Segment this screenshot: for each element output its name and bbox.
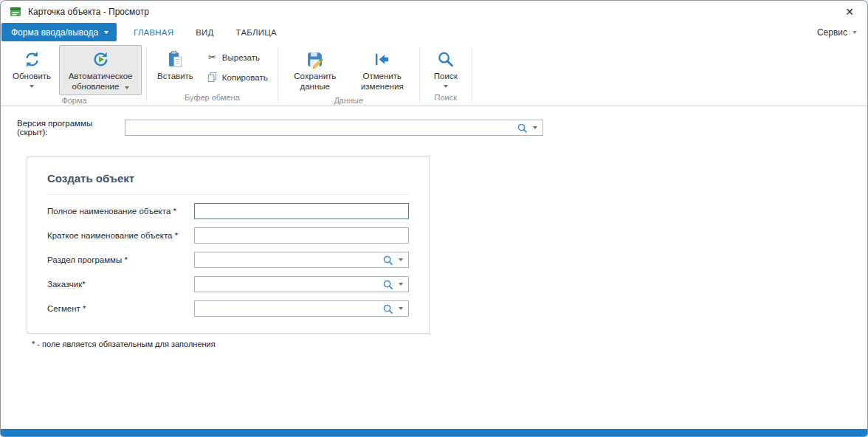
create-object-groupbox: Создать объект Полное наименование объек…: [27, 156, 430, 334]
undo-icon: [373, 49, 392, 69]
app-menu-button[interactable]: Форма ввода/вывода: [1, 23, 117, 41]
search-label: Поиск: [434, 72, 458, 82]
app-menu-label: Форма ввода/вывода: [11, 27, 98, 38]
search-icon[interactable]: [382, 279, 393, 290]
save-data-label: Сохранить данные: [289, 72, 342, 92]
program-section-label: Раздел программы *: [47, 255, 194, 264]
version-lookup-field: [125, 120, 543, 136]
version-field-row: Версия программы (скрыт):: [17, 119, 867, 137]
auto-refresh-button[interactable]: Автоматическое обновление: [59, 45, 142, 95]
ribbon-separator: [472, 47, 472, 101]
chevron-down-icon: [125, 86, 129, 89]
short-name-input[interactable]: [195, 228, 408, 243]
bottom-accent-bar: [1, 429, 867, 436]
ribbon-tab-row: Форма ввода/вывода ГЛАВНАЯ ВИД ТАБЛИЦА С…: [1, 22, 867, 42]
refresh-label: Обновить: [13, 72, 51, 82]
segment-input[interactable]: [195, 301, 382, 316]
full-name-input[interactable]: [195, 204, 408, 218]
field-row-program-section: Раздел программы *: [47, 252, 409, 268]
field-row-segment: Сегмент *: [47, 300, 409, 317]
title-bar: Карточка объекта - Просмотр ✕: [1, 1, 867, 22]
ribbon: Обновить Автоматическое обновление: [1, 42, 867, 106]
form-content: Версия программы (скрыт): Создать объект…: [1, 106, 867, 348]
version-input[interactable]: [125, 120, 517, 135]
segment-label: Сегмент *: [47, 304, 194, 313]
short-name-field: [194, 227, 409, 244]
groupbox-title: Создать объект: [47, 172, 409, 195]
group-caption-search: Поиск: [421, 92, 471, 106]
ribbon-group-search: Поиск Поиск: [421, 44, 471, 106]
tab-table[interactable]: ТАБЛИЦА: [225, 22, 288, 42]
undo-changes-button[interactable]: Отменить изменения: [350, 45, 415, 95]
paste-icon: [165, 49, 185, 69]
ribbon-separator: [419, 47, 420, 101]
group-caption-form: Форма: [3, 95, 145, 109]
auto-refresh-icon: [91, 49, 110, 69]
program-section-field: [194, 252, 409, 268]
copy-label: Копировать: [222, 73, 268, 82]
service-menu[interactable]: Сервис: [817, 27, 857, 38]
segment-field: [194, 300, 409, 317]
full-name-field: [194, 203, 409, 219]
chevron-down-icon: [444, 85, 448, 88]
window-title: Карточка объекта - Просмотр: [28, 7, 149, 17]
chevron-down-icon: [852, 31, 857, 34]
search-icon: [436, 49, 455, 69]
search-icon[interactable]: [517, 123, 528, 134]
service-label: Сервис: [817, 27, 847, 38]
cut-button[interactable]: ✂ Вырезать: [202, 50, 273, 64]
object-card-window: Карточка объекта - Просмотр ✕ Форма ввод…: [0, 0, 868, 437]
search-button[interactable]: Поиск: [424, 45, 467, 91]
app-icon: [10, 6, 21, 18]
field-row-full-name: Полное наименование объекта *: [47, 203, 409, 219]
customer-input[interactable]: [195, 277, 382, 292]
ribbon-group-form: Обновить Автоматическое обновление: [3, 44, 145, 106]
ribbon-separator: [146, 47, 147, 101]
search-icon[interactable]: [382, 303, 393, 314]
customer-label: Заказчик*: [47, 280, 194, 289]
field-row-short-name: Краткое наименование объекта *: [47, 227, 409, 244]
chevron-down-icon[interactable]: [396, 252, 408, 267]
group-caption-clipboard: Буфер обмена: [148, 92, 277, 106]
copy-button[interactable]: Копировать: [202, 70, 273, 84]
scissors-icon: ✂: [207, 52, 218, 63]
cut-label: Вырезать: [222, 53, 260, 62]
version-label: Версия программы (скрыт):: [17, 119, 125, 137]
paste-label: Вставить: [157, 72, 193, 82]
short-name-label: Краткое наименование объекта *: [47, 231, 194, 240]
undo-changes-label: Отменить изменения: [356, 72, 409, 92]
ribbon-group-clipboard: Вставить ✂ Вырезать Коп: [148, 44, 277, 106]
tab-main[interactable]: ГЛАВНАЯ: [123, 22, 185, 42]
paste-button[interactable]: Вставить: [151, 45, 199, 85]
save-data-button[interactable]: Сохранить данные: [283, 45, 348, 95]
required-fields-note: * - поле является обязательным для запол…: [32, 340, 867, 348]
program-section-input[interactable]: [195, 252, 382, 267]
copy-icon: [207, 72, 218, 83]
customer-field: [194, 276, 409, 292]
tab-view[interactable]: ВИД: [185, 22, 224, 42]
auto-refresh-label: Автоматическое обновление: [69, 72, 133, 91]
ribbon-separator: [278, 47, 278, 101]
close-icon[interactable]: ✕: [842, 4, 857, 19]
search-icon[interactable]: [382, 255, 393, 266]
chevron-down-icon[interactable]: [530, 120, 542, 135]
field-row-customer: Заказчик*: [47, 276, 409, 292]
refresh-button[interactable]: Обновить: [7, 45, 57, 91]
chevron-down-icon: [104, 31, 108, 34]
save-icon: [306, 49, 325, 69]
group-caption-data: Данные: [279, 95, 418, 109]
ribbon-group-data: Сохранить данные Отменить изменения Данн…: [279, 44, 418, 106]
refresh-icon: [22, 49, 41, 69]
ribbon-tabs: ГЛАВНАЯ ВИД ТАБЛИЦА: [123, 22, 288, 42]
chevron-down-icon[interactable]: [396, 301, 408, 316]
chevron-down-icon[interactable]: [396, 277, 408, 292]
full-name-label: Полное наименование объекта *: [47, 207, 194, 216]
chevron-down-icon: [30, 85, 34, 88]
